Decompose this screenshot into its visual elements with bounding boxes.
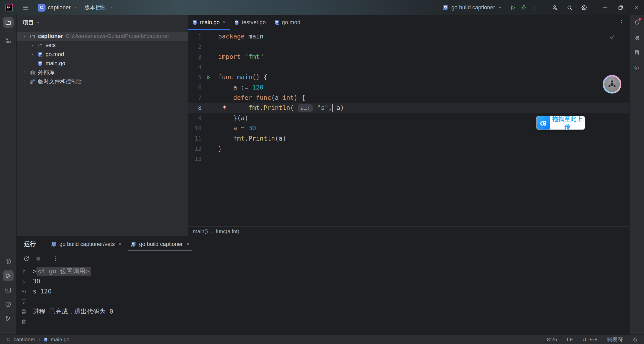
breadcrumb-func[interactable]: func(a int): [216, 228, 239, 234]
project-tree: captionerC:\Users\meowr\GolandProjects\c…: [17, 32, 188, 86]
line-separator[interactable]: LF: [567, 336, 573, 342]
editor-tab-testvet.go[interactable]: testvet.go: [230, 15, 270, 30]
vcs-widget[interactable]: 版本控制: [85, 4, 114, 11]
main-menu-button[interactable]: [20, 2, 31, 13]
clear-all-button[interactable]: [19, 317, 29, 327]
console-line: 30: [33, 276, 629, 286]
code-line-12[interactable]: 12}: [188, 144, 629, 154]
file-encoding[interactable]: UTF-8: [583, 336, 598, 342]
rerun-button[interactable]: [21, 253, 31, 264]
chevron-right-icon[interactable]: [22, 70, 27, 75]
statusbar-separator: ›: [38, 336, 41, 343]
debug-button[interactable]: [518, 2, 529, 13]
prev-occurrence-button[interactable]: [19, 266, 29, 276]
run-tab-label: go build captioner: [139, 241, 183, 247]
tree-item-vets[interactable]: vets: [17, 41, 188, 50]
close-tab-icon[interactable]: ×: [118, 241, 122, 247]
search-button[interactable]: [564, 2, 575, 13]
goland-window: GO C captioner 版本控制 go build captioner: [0, 0, 644, 344]
tab-options-button[interactable]: [616, 17, 626, 27]
tree-item--[interactable]: 外部库: [17, 68, 188, 77]
code-line-4[interactable]: 4: [188, 62, 629, 72]
code-line-1[interactable]: 1package main: [188, 31, 629, 42]
run-tool-button[interactable]: [3, 270, 14, 281]
close-window-button[interactable]: [628, 0, 644, 15]
line-number: 1: [188, 31, 202, 42]
add-user-button[interactable]: [549, 2, 560, 13]
services-tool-button[interactable]: [3, 256, 14, 267]
line-number: 5: [188, 72, 202, 82]
close-tab-icon[interactable]: ×: [186, 241, 190, 247]
chevron-right-icon[interactable]: [22, 79, 27, 84]
soft-wrap-button[interactable]: [19, 286, 29, 296]
structure-tool-button[interactable]: [3, 35, 14, 46]
caret-position[interactable]: 8:25: [547, 336, 557, 342]
tree-item-go.mod[interactable]: go.mod: [17, 50, 188, 59]
endpoints-tool-button[interactable]: [632, 62, 642, 73]
scroll-to-end-button[interactable]: [19, 296, 29, 307]
gutter-slot: [202, 62, 218, 72]
code-editor[interactable]: 1package main23import "fmt"45func main()…: [188, 30, 629, 226]
code-line-6[interactable]: 6 a := 120: [188, 82, 629, 93]
play-button[interactable]: [507, 2, 518, 13]
terminal-tool-button[interactable]: [3, 285, 14, 295]
project-tool-button[interactable]: [3, 17, 14, 28]
run-panel-title: 运行: [24, 240, 36, 248]
breadcrumb-main[interactable]: main(): [193, 228, 208, 234]
console-output[interactable]: ><4 go 设置调用>30s 120进程 已完成，退出代码为 0: [31, 265, 629, 334]
print-button[interactable]: [19, 307, 29, 317]
code-line-8[interactable]: 8 fmt.Println( a…: "s", a): [188, 103, 629, 113]
code-line-5[interactable]: 5func main() {: [188, 72, 629, 82]
tree-item--[interactable]: 临时文件和控制台: [17, 77, 188, 86]
kebab-button[interactable]: [529, 2, 540, 13]
restore-window-button[interactable]: [613, 0, 628, 15]
database-tool-button[interactable]: [632, 47, 642, 58]
chevron-right-icon[interactable]: [30, 52, 35, 57]
code-line-13[interactable]: 13: [188, 154, 629, 164]
run-line-button[interactable]: [202, 72, 218, 82]
project-avatar: C: [38, 4, 46, 12]
gopher-run-icon: [51, 241, 57, 247]
chevron-down-icon[interactable]: [22, 34, 27, 39]
close-tab-icon[interactable]: ×: [222, 19, 226, 26]
indent-style[interactable]: 制表符: [607, 336, 623, 343]
settings-button[interactable]: [579, 2, 590, 13]
chevron-right-icon[interactable]: [30, 43, 35, 48]
code-line-11[interactable]: 11 fmt.Println(a): [188, 134, 629, 144]
statusbar-project[interactable]: captioner: [14, 336, 35, 342]
run-tab-go-build-captioner-vets[interactable]: go build captioner/vets×: [46, 236, 126, 252]
code-text: a := 120: [218, 82, 264, 93]
run-tab-label: go build captioner/vets: [59, 241, 115, 247]
code-line-2[interactable]: 2: [188, 42, 629, 52]
lock-open-icon[interactable]: [632, 337, 638, 342]
collapsed-command-chip[interactable]: <4 go 设置调用>: [36, 267, 91, 276]
stop-button[interactable]: [33, 253, 43, 264]
more-options-button[interactable]: [51, 253, 61, 264]
tree-item-main.go[interactable]: main.go: [17, 59, 188, 68]
code-text: a = 30: [218, 123, 256, 134]
console-prompt: >: [33, 268, 36, 275]
breadcrumb: main() › func(a int): [188, 226, 629, 236]
intention-bulb-icon[interactable]: [221, 104, 228, 111]
problems-tool-button[interactable]: [3, 299, 14, 310]
statusbar-file[interactable]: main.go: [51, 336, 70, 342]
ai-assistant-tool-button[interactable]: [632, 32, 642, 43]
code-line-7[interactable]: 7 defer func(a int) {: [188, 93, 629, 103]
editor-tab-main.go[interactable]: main.go×: [188, 15, 230, 30]
inspections-ok-icon[interactable]: [609, 34, 615, 40]
minimize-window-button[interactable]: [597, 0, 613, 15]
tree-item-captioner[interactable]: captionerC:\Users\meowr\GolandProjects\c…: [17, 32, 188, 41]
next-occurrence-button[interactable]: [19, 276, 29, 286]
version-control-tool-button[interactable]: [3, 313, 14, 324]
editor-tab-go.mod[interactable]: go.mod: [270, 15, 304, 30]
more-tools-button[interactable]: [3, 49, 14, 59]
project-widget[interactable]: C captioner: [38, 4, 78, 12]
project-panel-header[interactable]: 项目: [17, 17, 188, 28]
run-tab-go-build-captioner[interactable]: go build captioner×: [126, 236, 194, 252]
baidu-upload-dropzone[interactable]: 拖拽至此上传: [537, 116, 585, 130]
run-configuration-selector[interactable]: go build captioner: [442, 4, 503, 11]
notifications-tool-button[interactable]: [632, 17, 642, 28]
assistant-avatar-overlay[interactable]: [603, 75, 621, 94]
code-line-3[interactable]: 3import "fmt": [188, 52, 629, 62]
run-panel-header: 运行 go build captioner/vets×go build capt…: [17, 236, 629, 252]
